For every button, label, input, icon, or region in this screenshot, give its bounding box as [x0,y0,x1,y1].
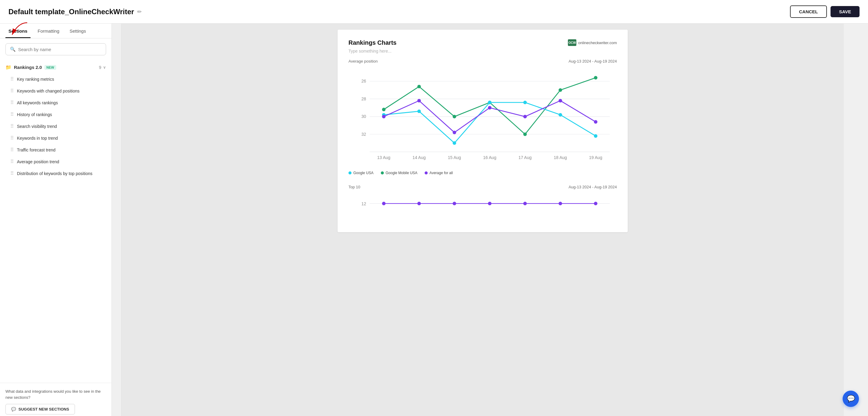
edit-icon[interactable]: ✏ [137,8,142,15]
svg-point-22 [559,88,562,92]
page-title: Default template_OnlineCheckWriter [8,7,134,16]
svg-point-26 [453,141,456,145]
svg-point-27 [488,101,492,104]
save-button[interactable]: SAVE [831,6,860,17]
sidebar: Sections Formatting Settings 🔍 📁 Ranking… [0,24,112,416]
item-label: Key ranking metrics [17,77,54,82]
logo-domain: onlinecheckwriter.com [578,40,617,45]
preview-header: Rankings Charts OCW onlinecheckwriter.co… [348,39,617,46]
list-item[interactable]: ⠿ All keywords rankings [5,97,106,109]
svg-point-45 [559,202,562,205]
svg-text:32: 32 [362,132,366,137]
svg-point-29 [559,113,562,117]
item-label: All keywords rankings [17,100,58,105]
svg-point-33 [453,130,456,134]
folder-icon: 📁 [5,64,11,70]
item-label: Search visibility trend [17,124,57,129]
item-label: Average position trend [17,159,59,164]
search-box: 🔍 [5,43,106,55]
chart-meta-top10: Top 10 Aug-13 2024 - Aug-19 2024 [348,185,617,189]
svg-point-46 [594,202,597,205]
legend-dot [348,171,351,174]
list-item[interactable]: ⠿ History of rankings [5,109,106,120]
svg-text:14 Aug: 14 Aug [412,155,426,160]
list-item[interactable]: ⠿ Keywords with changed positions [5,85,106,97]
tab-sections[interactable]: Sections [5,24,31,38]
chart-label-top10: Top 10 [348,185,360,189]
header-left: Default template_OnlineCheckWriter ✏ [8,7,142,16]
item-label: Keywords in top trend [17,136,58,141]
legend-item-average: Average for all [425,171,453,175]
main-layout: Sections Formatting Settings 🔍 📁 Ranking… [0,24,868,416]
svg-text:26: 26 [362,79,366,84]
svg-point-35 [523,115,527,119]
preview-area: Rankings Charts OCW onlinecheckwriter.co… [122,24,844,416]
drag-handle-icon: ⠿ [10,171,14,176]
tab-formatting[interactable]: Formatting [35,24,63,38]
svg-point-31 [382,115,385,119]
avg-position-chart: 26 28 30 32 13 Aug 14 Aug 15 Aug 16 Aug … [348,67,617,166]
sidebar-tabs: Sections Formatting Settings [0,24,112,38]
preview-logo: OCW onlinecheckwriter.com [568,39,617,46]
legend-item-google-mobile: Google Mobile USA [381,171,417,175]
suggest-label: SUGGEST NEW SECTIONS [19,407,69,412]
svg-text:19 Aug: 19 Aug [589,155,602,160]
chevron-down-icon[interactable]: ∨ [103,65,106,69]
category-name: Rankings 2.0 [14,65,42,70]
new-badge: NEW [44,65,57,70]
legend-label: Average for all [430,171,453,175]
category-count: 9 [99,65,101,70]
svg-text:28: 28 [362,96,366,101]
svg-point-17 [382,108,385,111]
svg-point-28 [523,101,527,104]
chart-section-avg-position: Average position Aug-13 2024 - Aug-19 20… [348,59,617,175]
search-input[interactable] [18,47,101,52]
list-item[interactable]: ⠿ Search visibility trend [5,120,106,132]
item-label: Distribution of keywords by top position… [17,171,92,176]
legend-item-google-usa: Google USA [348,171,374,175]
svg-point-37 [594,120,597,124]
list-item[interactable]: ⠿ Distribution of keywords by top positi… [5,168,106,179]
list-item[interactable]: ⠿ Keywords in top trend [5,132,106,144]
chart-legend: Google USA Google Mobile USA Average for… [348,171,617,175]
legend-label: Google Mobile USA [385,171,417,175]
drag-handle-icon: ⠿ [10,112,14,117]
svg-point-32 [417,99,421,102]
svg-point-19 [453,115,456,119]
category-count-area: 9 ∨ [99,65,106,70]
list-item[interactable]: ⠿ Average position trend [5,156,106,168]
tab-settings[interactable]: Settings [66,24,89,38]
svg-text:15 Aug: 15 Aug [448,155,461,160]
divider-panel [112,24,122,416]
header-right: CANCEL SAVE [790,5,860,18]
list-item[interactable]: ⠿ Key ranking metrics [5,73,106,85]
chart-date: Aug-13 2024 - Aug-19 2024 [568,59,617,63]
list-item[interactable]: ⠿ Traffic forecast trend [5,144,106,156]
preview-card: Rankings Charts OCW onlinecheckwriter.co… [338,30,628,232]
search-icon: 🔍 [10,47,16,52]
drag-handle-icon: ⠿ [10,159,14,165]
svg-text:18 Aug: 18 Aug [554,155,567,160]
drag-handle-icon: ⠿ [10,88,14,94]
svg-text:17 Aug: 17 Aug [518,155,532,160]
svg-text:16 Aug: 16 Aug [483,155,497,160]
svg-point-43 [488,202,492,205]
svg-point-30 [594,134,597,138]
item-label: History of rankings [17,112,52,117]
sidebar-search: 🔍 [0,38,112,60]
top10-chart: 12 [348,193,617,221]
category-header-left: 📁 Rankings 2.0 NEW [5,64,56,70]
logo-box: OCW [568,39,576,46]
cancel-button[interactable]: CANCEL [790,5,827,18]
chart-section-top10: Top 10 Aug-13 2024 - Aug-19 2024 12 [348,185,617,222]
svg-point-21 [523,132,527,136]
svg-point-36 [559,99,562,102]
drag-handle-icon: ⠿ [10,100,14,106]
item-label: Traffic forecast trend [17,148,56,152]
chat-button[interactable]: 💬 [843,391,859,407]
chart-date-top10: Aug-13 2024 - Aug-19 2024 [568,185,617,189]
svg-point-41 [417,202,421,205]
section-list: 📁 Rankings 2.0 NEW 9 ∨ ⠿ Key ranking met… [0,60,112,383]
suggest-button[interactable]: 💬 SUGGEST NEW SECTIONS [5,404,75,415]
suggest-text: What data and integrations would you lik… [5,388,106,400]
